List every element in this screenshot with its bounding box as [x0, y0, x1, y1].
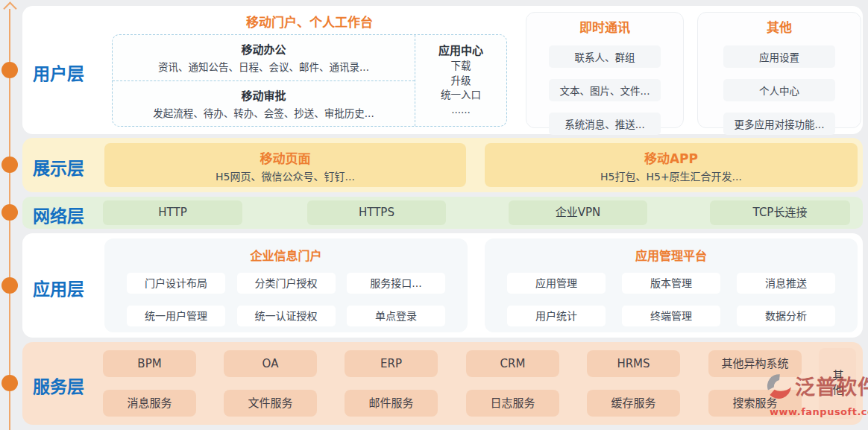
feature-chip: 系统消息、推送...	[549, 113, 661, 135]
section-app-center: 应用中心 下载 升级 统一入口 ......	[415, 35, 506, 126]
panel-other: 其他 应用设置 个人中心 更多应用对接功能...	[697, 12, 861, 128]
layer-network: 网络层 HTTP HTTPS 企业VPN TCP长连接	[22, 197, 863, 229]
card-items: 应用管理 版本管理 消息推送 用户统计 终端管理 数据分析	[485, 264, 858, 326]
network-chip: HTTP	[103, 200, 242, 225]
feature-chip: 应用设置	[723, 45, 835, 68]
app-item: 统一用户管理	[127, 306, 225, 326]
app-center-line: 升级	[451, 74, 471, 89]
card-title: 企业信息门户	[104, 246, 468, 264]
app-item: 门户设计布局	[127, 273, 225, 294]
section-mobile-approval: 移动审批 发起流程、待办、转办、会签、抄送、审批历史...	[113, 80, 415, 127]
layer-display: 展示层 移动页面 H5网页、微信公众号、钉钉... 移动APP H5打包、H5+…	[22, 138, 863, 192]
layer-application-label: 应用层	[33, 275, 84, 300]
feature-chip: 文本、图片、文件...	[549, 79, 661, 101]
service-chip: 文件服务	[224, 390, 317, 417]
layer-node-dot	[1, 204, 18, 221]
service-chip: OA	[224, 350, 317, 377]
feature-chip: 联系人、群组	[549, 45, 661, 68]
box-subtitle: H5网页、微信公众号、钉钉...	[104, 168, 466, 183]
layer-node-dot	[1, 277, 18, 294]
app-item: 分类门户授权	[237, 273, 336, 294]
panel-items: 应用设置 个人中心 更多应用对接功能...	[723, 45, 835, 135]
layer-application: 应用层 企业信息门户 门户设计布局 分类门户授权 服务接口... 统一用户管理 …	[22, 233, 863, 338]
app-item: 消息推送	[737, 273, 835, 294]
section-mobile-office: 移动办公 资讯、通知公告、日程、会议、邮件、通讯录...	[113, 35, 415, 80]
layer-node-dot	[1, 156, 18, 173]
section-text: 发起流程、待办、转办、会签、抄送、审批历史...	[113, 105, 415, 120]
panel-mobile-portal-title: 移动门户、个人工作台	[104, 12, 515, 33]
section-heading: 移动办公	[113, 41, 415, 57]
app-center-line: ......	[451, 103, 471, 118]
section-heading: 移动审批	[113, 87, 415, 103]
panel-title: 即时通讯	[579, 17, 630, 38]
app-item: 终端管理	[622, 306, 720, 326]
feature-chip: 更多应用对接功能...	[723, 113, 835, 135]
app-item: 用户统计	[507, 306, 606, 326]
layer-network-label: 网络层	[33, 202, 84, 227]
panel-mobile-portal: 移动门户、个人工作台 移动办公 资讯、通知公告、日程、会议、邮件、通讯录... …	[104, 12, 515, 130]
box-mobile-app: 移动APP H5打包、H5+原生汇合开发...	[485, 143, 858, 187]
app-item: 统一认证授权	[237, 306, 336, 326]
service-chip: CRM	[466, 350, 559, 377]
app-item: 数据分析	[737, 306, 835, 326]
service-chip: HRMS	[587, 350, 680, 377]
app-item: 单点登录	[347, 306, 445, 326]
service-chip: 消息服务	[103, 390, 196, 417]
app-item: 服务接口...	[347, 273, 445, 294]
panel-items: 联系人、群组 文本、图片、文件... 系统消息、推送...	[549, 45, 661, 135]
layer-service: 服务层 BPM OA ERP CRM HRMS 其他异构系统 消息服务 文件服务…	[22, 342, 863, 425]
layer-display-label: 展示层	[33, 154, 84, 180]
card-enterprise-portal: 企业信息门户 门户设计布局 分类门户授权 服务接口... 统一用户管理 统一认证…	[104, 238, 468, 332]
watermark-url: www.fanpusoft.com	[770, 406, 868, 417]
app-center-line: 下载	[451, 59, 471, 74]
app-center-line: 统一入口	[441, 88, 481, 103]
fanpu-swoosh-icon	[765, 372, 793, 400]
architecture-diagram: 用户层 移动门户、个人工作台 移动办公 资讯、通知公告、日程、会议、邮件、通讯录…	[0, 0, 868, 430]
service-chip: 邮件服务	[345, 390, 438, 417]
feature-chip: 个人中心	[723, 79, 835, 101]
panel-title: 其他	[767, 17, 792, 38]
section-heading: 应用中心	[438, 42, 483, 57]
network-chip: HTTPS	[307, 200, 446, 225]
layer-service-label: 服务层	[33, 373, 84, 398]
mobile-portal-dashed-box: 移动办公 资讯、通知公告、日程、会议、邮件、通讯录... 移动审批 发起流程、待…	[112, 34, 507, 127]
box-mobile-page: 移动页面 H5网页、微信公众号、钉钉...	[104, 143, 466, 187]
layer-node-dot	[1, 375, 18, 391]
watermark: 泛普软件	[765, 371, 868, 400]
service-chip: 日志服务	[466, 390, 559, 417]
watermark-brand: 泛普软件	[795, 371, 868, 400]
layer-user: 用户层 移动门户、个人工作台 移动办公 资讯、通知公告、日程、会议、邮件、通讯录…	[22, 6, 863, 134]
service-chip: ERP	[345, 350, 438, 377]
service-chip: BPM	[103, 350, 196, 377]
layer-node-dot	[1, 62, 18, 78]
card-items: 门户设计布局 分类门户授权 服务接口... 统一用户管理 统一认证授权 单点登录	[104, 264, 468, 326]
box-title: 移动页面	[104, 148, 466, 167]
card-title: 应用管理平台	[485, 246, 858, 264]
mobile-portal-left: 移动办公 资讯、通知公告、日程、会议、邮件、通讯录... 移动审批 发起流程、待…	[113, 35, 415, 126]
box-title: 移动APP	[485, 148, 858, 167]
section-text: 资讯、通知公告、日程、会议、邮件、通讯录...	[113, 59, 415, 74]
app-item: 应用管理	[507, 273, 606, 294]
card-app-management-platform: 应用管理平台 应用管理 版本管理 消息推送 用户统计 终端管理 数据分析	[485, 238, 858, 332]
network-chip: TCP长连接	[710, 200, 850, 225]
up-arrow-icon	[3, 1, 16, 15]
box-subtitle: H5打包、H5+原生汇合开发...	[485, 168, 858, 183]
panel-instant-messaging: 即时通讯 联系人、群组 文本、图片、文件... 系统消息、推送...	[526, 12, 684, 128]
layer-user-label: 用户层	[33, 60, 84, 85]
service-chip: 缓存服务	[587, 390, 680, 417]
app-item: 版本管理	[622, 273, 720, 294]
network-chip: 企业VPN	[509, 200, 647, 225]
